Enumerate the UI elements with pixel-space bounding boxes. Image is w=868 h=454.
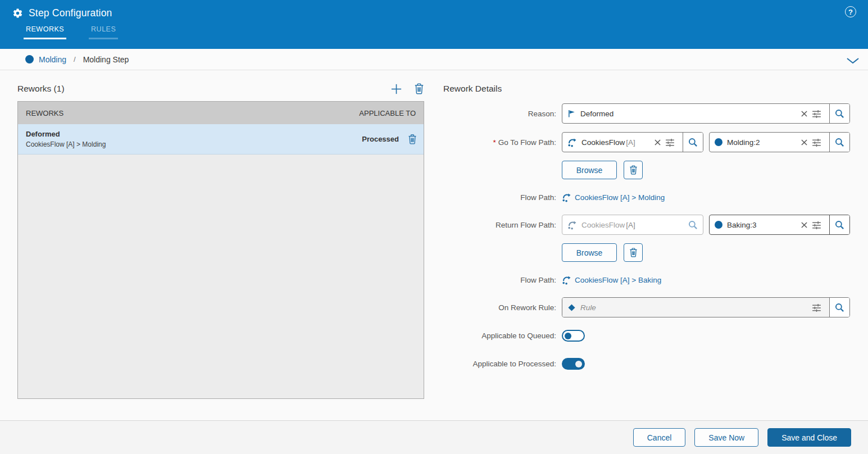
column-header-reworks: REWORKS <box>26 109 63 117</box>
browse-return-button[interactable]: Browse <box>562 243 617 262</box>
magnifier-icon[interactable] <box>683 133 703 152</box>
footer-bar: Cancel Save Now Save and Close <box>0 420 868 454</box>
tab-rules[interactable]: RULES <box>89 25 118 39</box>
save-and-close-button[interactable]: Save and Close <box>767 428 851 447</box>
clear-x-icon[interactable] <box>801 222 807 228</box>
trash-icon <box>408 134 417 144</box>
breadcrumb-separator: / <box>74 55 76 63</box>
flow-arrow-icon <box>567 220 577 230</box>
reason-value: Deformed <box>580 110 798 118</box>
flow-path-2-link[interactable]: CookiesFlow [A] > Baking <box>562 275 661 285</box>
breadcrumb: Molding / Molding Step <box>0 49 868 70</box>
sliders-icon[interactable] <box>811 137 822 148</box>
on-rework-rule-label: On Rework Rule: <box>443 303 556 312</box>
return-step-value: Baking:3 <box>727 221 798 229</box>
clear-x-icon[interactable] <box>655 139 661 146</box>
applicable-to-queued-toggle[interactable] <box>562 330 585 342</box>
flow-arrow-icon <box>567 138 577 147</box>
flow-path-2-label: Flow Path: <box>443 276 556 284</box>
cancel-button[interactable]: Cancel <box>633 428 686 447</box>
column-header-applicable-to: APPLICABLE TO <box>359 109 416 117</box>
save-now-button[interactable]: Save Now <box>694 428 758 447</box>
applicable-to-queued-label: Applicable to Queued: <box>443 332 556 340</box>
return-flow-value: CookiesFlow[A] <box>581 221 678 229</box>
browse-go-to-button[interactable]: Browse <box>562 161 617 179</box>
plus-icon <box>390 83 403 96</box>
go-to-flow-value: CookiesFlow[A] <box>581 138 651 147</box>
flow-path-1-link[interactable]: CookiesFlow [A] > Molding <box>562 193 665 202</box>
flow-path-1-label: Flow Path: <box>443 193 556 202</box>
trash-icon <box>629 165 638 175</box>
reason-field[interactable]: Deformed <box>562 103 850 124</box>
add-rework-button[interactable] <box>390 83 403 96</box>
flag-icon <box>567 109 576 118</box>
details-title: Rework Details <box>443 84 850 94</box>
go-to-flow-field[interactable]: CookiesFlow[A] <box>562 132 703 152</box>
magnifier-icon[interactable] <box>829 215 849 234</box>
required-marker: * <box>493 138 496 147</box>
applicable-to-processed-label: Applicable to Processed: <box>443 360 556 368</box>
reworks-panel-title: Reworks (1) <box>17 84 390 94</box>
clear-return-button[interactable] <box>624 243 643 262</box>
breadcrumb-step[interactable]: Molding <box>39 55 66 64</box>
gear-icon <box>12 8 23 19</box>
chevron-down-icon[interactable] <box>846 56 860 63</box>
clear-go-to-button[interactable] <box>624 161 643 179</box>
applicable-to-processed-toggle[interactable] <box>562 358 585 370</box>
tab-reworks[interactable]: REWORKS <box>24 25 66 39</box>
page-title: Step Configuration <box>29 7 112 19</box>
table-row[interactable]: Deformed CookiesFlow [A] > Molding Proce… <box>18 124 424 155</box>
reworks-panel: Reworks (1) REWORKS APPLICABLE TO Deform… <box>17 70 424 399</box>
rework-name: Deformed <box>26 130 362 138</box>
magnifier-icon[interactable] <box>829 104 849 123</box>
delete-row-button[interactable] <box>408 134 417 144</box>
rework-details-panel: Rework Details Reason: Deformed <box>443 70 850 386</box>
flow-arrow-icon <box>562 193 571 202</box>
on-rework-rule-field[interactable]: Rule <box>562 297 850 317</box>
sliders-icon[interactable] <box>665 137 675 148</box>
sliders-icon[interactable] <box>811 220 822 230</box>
main-content: Reworks (1) REWORKS APPLICABLE TO Deform… <box>0 70 868 420</box>
magnifier-icon[interactable] <box>683 215 703 234</box>
reworks-table: REWORKS APPLICABLE TO Deformed CookiesFl… <box>17 101 424 399</box>
trash-icon <box>629 248 638 257</box>
reason-label: Reason: <box>443 110 556 118</box>
return-step-field[interactable]: Baking:3 <box>709 215 850 235</box>
help-icon[interactable]: ? <box>845 6 856 17</box>
go-to-flow-path-label: *Go To Flow Path: <box>443 138 556 147</box>
breadcrumb-page: Molding Step <box>83 55 129 64</box>
return-flow-field: CookiesFlow[A] <box>562 215 703 235</box>
rework-path: CookiesFlow [A] > Molding <box>26 140 362 148</box>
sliders-icon[interactable] <box>811 302 822 313</box>
rework-applicable-to: Processed <box>362 135 399 143</box>
clear-x-icon[interactable] <box>801 139 807 146</box>
magnifier-icon[interactable] <box>829 133 849 152</box>
trash-icon <box>414 83 424 94</box>
rule-placeholder: Rule <box>580 303 811 312</box>
step-circle-icon <box>715 138 722 146</box>
sliders-icon[interactable] <box>811 108 822 119</box>
diamond-icon <box>567 303 576 312</box>
app-header: Step Configuration REWORKS RULES ? <box>0 0 868 49</box>
tab-bar: REWORKS RULES <box>0 25 868 39</box>
flow-arrow-icon <box>562 275 571 285</box>
delete-rework-button[interactable] <box>414 83 424 94</box>
clear-x-icon[interactable] <box>801 111 807 117</box>
magnifier-icon[interactable] <box>829 298 849 317</box>
return-flow-path-label: Return Flow Path: <box>443 221 556 229</box>
go-to-step-field[interactable]: Molding:2 <box>709 132 850 152</box>
step-circle-icon <box>25 55 34 63</box>
step-circle-icon <box>715 221 722 229</box>
go-to-step-value: Molding:2 <box>727 138 798 147</box>
